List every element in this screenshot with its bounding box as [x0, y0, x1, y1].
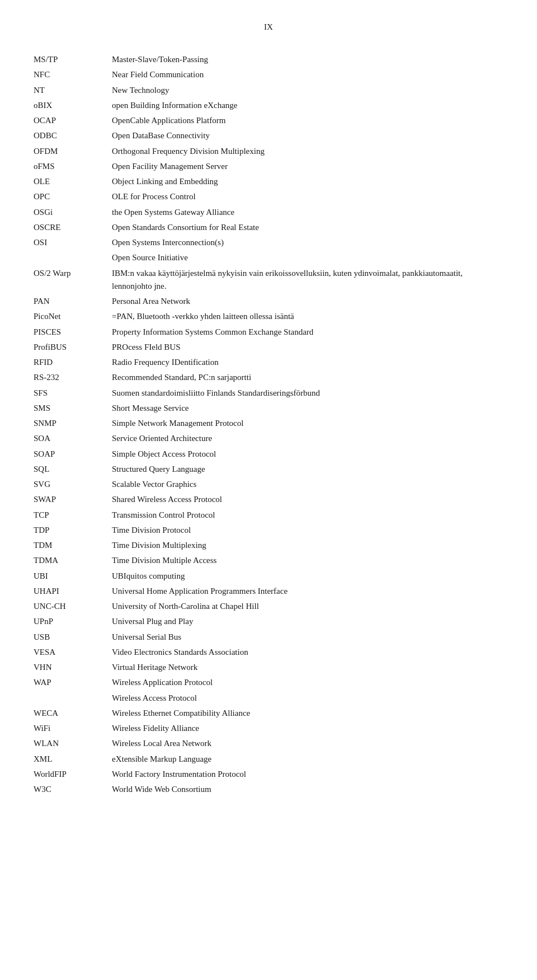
definition: Open Standards Consortium for Real Estat… — [112, 220, 503, 235]
abbreviation: XML — [34, 752, 112, 767]
abbreviation: UHAPI — [34, 584, 112, 599]
abbreviation: UBI — [34, 569, 112, 584]
definition: eXtensible Markup Language — [112, 752, 503, 767]
definition: OpenCable Applications Platform — [112, 113, 503, 128]
list-item: UNC-CHUniversity of North-Carolina at Ch… — [34, 599, 503, 614]
list-item: SOAService Oriented Architecture — [34, 431, 503, 446]
abbreviation: TDM — [34, 538, 112, 553]
definition: Time Division Multiple Access — [112, 553, 503, 568]
definition: Recommended Standard, PC:n sarjaportti — [112, 370, 503, 385]
list-item: PISCESProperty Information Systems Commo… — [34, 325, 503, 340]
list-item: WECAWireless Ethernet Compatibility Alli… — [34, 706, 503, 721]
abbreviation: W3C — [34, 782, 112, 797]
list-item: OPCOLE for Process Control — [34, 189, 503, 204]
definition: University of North-Carolina at Chapel H… — [112, 599, 503, 614]
list-item: NTNew Technology — [34, 83, 503, 98]
abbreviation: oBIX — [34, 98, 112, 113]
definition: New Technology — [112, 83, 503, 98]
abbreviation: OCAP — [34, 113, 112, 128]
definition: Wireless Ethernet Compatibility Alliance — [112, 706, 503, 721]
abbreviation: TDP — [34, 523, 112, 538]
list-item: TDPTime Division Protocol — [34, 523, 503, 538]
definition: Near Field Communication — [112, 67, 503, 82]
definition: Structured Query Language — [112, 462, 503, 477]
definition: Simple Network Management Protocol — [112, 416, 503, 431]
list-item: Wireless Access Protocol — [34, 691, 503, 706]
definition: Time Division Protocol — [112, 523, 503, 538]
definition: Personal Area Network — [112, 294, 503, 309]
list-item: VHNVirtual Heritage Network — [34, 660, 503, 675]
abbreviation: OFDM — [34, 144, 112, 159]
list-item: OLEObject Linking and Embedding — [34, 174, 503, 189]
list-item: OSCREOpen Standards Consortium for Real … — [34, 220, 503, 235]
definition: PROcess FIeld BUS — [112, 340, 503, 355]
definition: Wireless Access Protocol — [112, 691, 503, 706]
list-item: NFCNear Field Communication — [34, 67, 503, 82]
abbreviation: VHN — [34, 660, 112, 675]
abbreviation: WECA — [34, 706, 112, 721]
abbreviation: SQL — [34, 462, 112, 477]
list-item: SWAPShared Wireless Access Protocol — [34, 492, 503, 507]
definition: Service Oriented Architecture — [112, 431, 503, 446]
abbreviation: PISCES — [34, 325, 112, 340]
abbreviation: RFID — [34, 355, 112, 370]
definition: Time Division Multiplexing — [112, 538, 503, 553]
list-item: oFMSOpen Facility Management Server — [34, 159, 503, 174]
definition: the Open Systems Gateway Alliance — [112, 205, 503, 220]
definition: Open DataBase Connectivity — [112, 128, 503, 143]
list-item: Open Source Initiative — [34, 250, 503, 265]
list-item: SFSSuomen standardoimisliitto Finlands S… — [34, 386, 503, 401]
abbreviation: TCP — [34, 508, 112, 523]
abbreviation: ProfiBUS — [34, 340, 112, 355]
abbreviation: WiFi — [34, 721, 112, 736]
list-item: SMSShort Message Service — [34, 401, 503, 416]
definition: Open Systems Interconnection(s) — [112, 235, 503, 250]
abbreviation — [34, 250, 112, 265]
abbreviation: OPC — [34, 189, 112, 204]
list-item: oBIXopen Building Information eXchange — [34, 98, 503, 113]
definition: Universal Home Application Programmers I… — [112, 584, 503, 599]
list-item: PANPersonal Area Network — [34, 294, 503, 309]
list-item: UHAPIUniversal Home Application Programm… — [34, 584, 503, 599]
definition: Open Source Initiative — [112, 250, 503, 265]
list-item: USBUniversal Serial Bus — [34, 630, 503, 645]
abbreviation: SFS — [34, 386, 112, 401]
list-item: SQLStructured Query Language — [34, 462, 503, 477]
list-item: WAPWireless Application Protocol — [34, 675, 503, 690]
abbreviation: SOAP — [34, 447, 112, 462]
abbreviation: UNC-CH — [34, 599, 112, 614]
definition: Wireless Local Area Network — [112, 736, 503, 751]
list-item: SVGScalable Vector Graphics — [34, 477, 503, 492]
list-item: SNMPSimple Network Management Protocol — [34, 416, 503, 431]
definition: Suomen standardoimisliitto Finlands Stan… — [112, 386, 503, 401]
list-item: ODBCOpen DataBase Connectivity — [34, 128, 503, 143]
list-item: OCAPOpenCable Applications Platform — [34, 113, 503, 128]
abbreviation: WAP — [34, 675, 112, 690]
list-item: OSIOpen Systems Interconnection(s) — [34, 235, 503, 250]
list-item: PicoNet=PAN, Bluetooth -verkko yhden lai… — [34, 309, 503, 324]
list-item: OS/2 WarpIBM:n vakaa käyttöjärjestelmä n… — [34, 266, 503, 294]
abbreviation: SMS — [34, 401, 112, 416]
definition: Video Electronics Standards Association — [112, 645, 503, 660]
abbreviation: SOA — [34, 431, 112, 446]
list-item: TDMTime Division Multiplexing — [34, 538, 503, 553]
list-item: RFIDRadio Frequency IDentification — [34, 355, 503, 370]
definition: Simple Object Access Protocol — [112, 447, 503, 462]
abbreviation: SNMP — [34, 416, 112, 431]
list-item: UBIUBIquitos computing — [34, 569, 503, 584]
abbreviation — [34, 691, 112, 706]
definition: Property Information Systems Common Exch… — [112, 325, 503, 340]
abbreviation: VESA — [34, 645, 112, 660]
definition: Shared Wireless Access Protocol — [112, 492, 503, 507]
abbreviation: TDMA — [34, 553, 112, 568]
definition: Scalable Vector Graphics — [112, 477, 503, 492]
definition: Object Linking and Embedding — [112, 174, 503, 189]
abbreviation: MS/TP — [34, 52, 112, 67]
definition: Virtual Heritage Network — [112, 660, 503, 675]
page-number: IX — [34, 22, 503, 32]
definition: Radio Frequency IDentification — [112, 355, 503, 370]
list-item: SOAPSimple Object Access Protocol — [34, 447, 503, 462]
abbreviation: PicoNet — [34, 309, 112, 324]
list-item: OSGithe Open Systems Gateway Alliance — [34, 205, 503, 220]
definition: Universal Plug and Play — [112, 614, 503, 629]
